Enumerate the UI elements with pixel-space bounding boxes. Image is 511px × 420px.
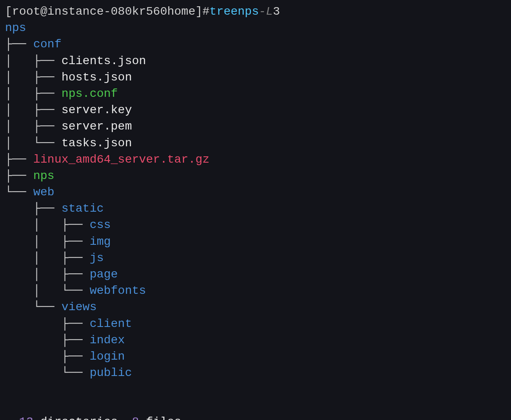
tree-branch: │ ├── <box>5 54 61 67</box>
tree-branch: │ ├── <box>5 218 90 231</box>
tree-branch: │ ├── <box>5 251 90 264</box>
tree-row: │ ├── server.pem <box>5 118 506 135</box>
tree-row: │ ├── hosts.json <box>5 69 506 86</box>
summary-dirs-count: 13 <box>19 415 34 420</box>
shell-prompt-line[interactable]: [root@instance-080kr560 home]# tree nps … <box>5 3 506 20</box>
tree-node-name: nps <box>33 169 54 182</box>
prompt-user-host: root@instance-080kr560 <box>12 3 167 20</box>
prompt-hash: # <box>203 3 210 20</box>
command-name: tree <box>209 3 237 20</box>
tree-branch: ├── <box>5 350 90 363</box>
command-arg: nps <box>238 3 259 20</box>
tree-row: │ ├── js <box>5 250 506 266</box>
tree-row: │ ├── server.key <box>5 102 506 118</box>
tree-row: │ ├── css <box>5 217 506 233</box>
blank-line <box>5 381 506 397</box>
tree-row: │ ├── page <box>5 266 506 283</box>
tree-node-name: server.key <box>61 104 132 117</box>
tree-node-name: linux_amd64_server.tar.gz <box>33 153 209 166</box>
tree-branch: ├── <box>5 334 90 347</box>
tree-row: ├── index <box>5 332 506 348</box>
prompt-open-bracket: [ <box>5 3 12 20</box>
summary-files-label: files <box>139 415 181 420</box>
tree-row: ├── client <box>5 316 506 332</box>
tree-row: │ └── tasks.json <box>5 135 506 151</box>
tree-branch: │ ├── <box>5 268 90 281</box>
tree-row: ├── conf <box>5 36 506 52</box>
tree-node-name: web <box>33 186 54 199</box>
tree-node-name: views <box>61 301 96 314</box>
tree-node-name: img <box>90 235 111 248</box>
tree-row: └── public <box>5 365 506 381</box>
tree-node-name: nps <box>5 21 26 34</box>
tree-branch: ├── <box>5 202 61 215</box>
tree-branch: │ ├── <box>5 104 61 117</box>
tree-node-name: server.pem <box>61 120 132 133</box>
tree-node-name: tasks.json <box>61 137 132 150</box>
tree-row: │ ├── img <box>5 233 506 250</box>
tree-row: ├── login <box>5 348 506 365</box>
tree-row: nps <box>5 20 506 36</box>
prompt-cwd: home <box>167 3 195 20</box>
prompt-close-bracket: ] <box>196 3 203 20</box>
tree-node-name: css <box>90 218 111 231</box>
tree-node-name: webfonts <box>90 284 146 297</box>
tree-row: └── web <box>5 184 506 200</box>
tree-node-name: clients.json <box>61 54 146 67</box>
tree-row: ├── static <box>5 200 506 217</box>
tree-node-name: page <box>90 268 118 281</box>
tree-node-name: static <box>61 202 104 215</box>
tree-node-name: login <box>90 350 125 363</box>
tree-branch: ├── <box>5 317 90 330</box>
tree-row: │ ├── nps.conf <box>5 86 506 102</box>
command-flag: -L <box>259 3 273 20</box>
tree-output: nps├── conf│ ├── clients.json│ ├── hosts… <box>5 20 506 381</box>
tree-branch: └── <box>5 301 61 314</box>
tree-branch: │ ├── <box>5 71 61 84</box>
tree-branch: ├── <box>5 153 33 166</box>
tree-node-name: conf <box>33 38 61 51</box>
tree-node-name: nps.conf <box>61 87 117 100</box>
tree-node-name: js <box>90 251 104 264</box>
tree-branch: └── <box>5 186 33 199</box>
tree-row: └── views <box>5 299 506 315</box>
command-number: 3 <box>273 3 280 20</box>
tree-branch: ├── <box>5 38 33 51</box>
summary-line: 13 directories, 8 files <box>5 397 506 420</box>
tree-node-name: client <box>90 317 132 330</box>
tree-node-name: index <box>90 334 125 347</box>
tree-branch: └── <box>5 366 90 379</box>
tree-row: │ ├── clients.json <box>5 53 506 69</box>
tree-branch: │ ├── <box>5 87 61 100</box>
summary-files-count: 8 <box>132 415 139 420</box>
tree-row: │ └── webfonts <box>5 283 506 299</box>
tree-node-name: hosts.json <box>61 71 132 84</box>
tree-branch: │ └── <box>5 137 61 150</box>
tree-branch: │ ├── <box>5 235 90 248</box>
tree-row: ├── nps <box>5 168 506 184</box>
tree-row: ├── linux_amd64_server.tar.gz <box>5 151 506 168</box>
tree-node-name: public <box>90 366 132 379</box>
tree-branch: ├── <box>5 169 33 182</box>
summary-dirs-label: directories, <box>33 415 132 420</box>
tree-branch: │ └── <box>5 284 90 297</box>
tree-branch: │ ├── <box>5 120 61 133</box>
